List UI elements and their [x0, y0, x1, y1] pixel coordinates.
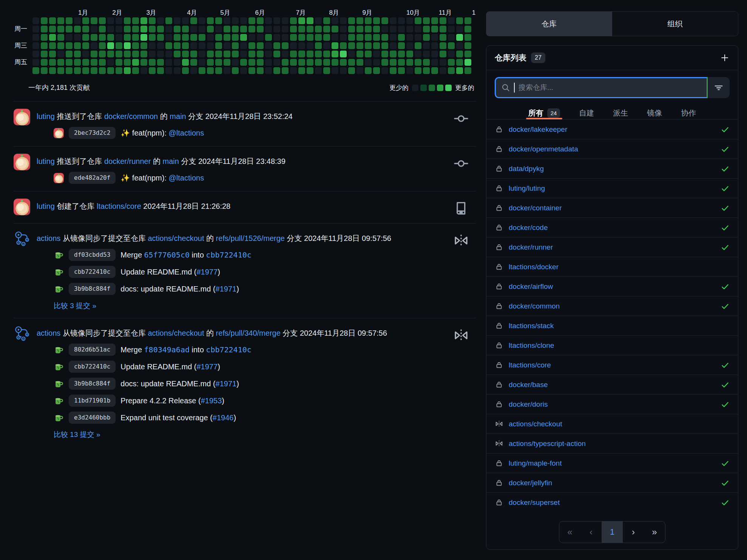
inline-link[interactable]: #1946 [213, 413, 234, 422]
ci-success-icon[interactable] [721, 498, 730, 507]
inline-link[interactable]: refs/pull/340/merge [216, 329, 281, 337]
ci-success-icon[interactable] [721, 302, 730, 311]
repo-link[interactable]: docker/lakekeeper [509, 125, 567, 134]
ci-success-icon[interactable] [721, 478, 730, 487]
inline-link[interactable]: @ltactions [169, 129, 204, 137]
inline-link[interactable]: cbb722410c [206, 250, 251, 259]
tab-repositories[interactable]: 仓库 [486, 11, 612, 36]
repo-link[interactable]: luting/maple-font [509, 459, 562, 467]
inline-link[interactable]: docker/runner [104, 157, 151, 165]
compare-commits-link[interactable]: 比较 3 提交 » [54, 301, 96, 311]
heatmap-cell [124, 51, 131, 57]
inline-link[interactable]: luting [37, 202, 55, 210]
pagination-›[interactable]: › [623, 521, 644, 543]
repo-list-item: docker/airflow [486, 276, 738, 296]
ci-success-icon[interactable] [721, 400, 730, 409]
inline-link[interactable]: actions [37, 234, 60, 242]
repo-link[interactable]: docker/jellyfin [509, 479, 552, 487]
repo-link[interactable]: luting/luting [509, 184, 545, 193]
repo-link[interactable]: ltactions/clone [509, 341, 554, 350]
inline-link[interactable]: #1977 [197, 268, 218, 276]
inline-link[interactable]: cbb722410c [206, 345, 251, 354]
add-repo-button[interactable] [720, 53, 730, 63]
repo-link[interactable]: docker/code [509, 224, 548, 232]
plus-icon [720, 53, 730, 63]
lock-icon [495, 381, 503, 389]
commit-hash-link[interactable]: 11bd71901b [69, 395, 116, 407]
inline-link[interactable]: luting [37, 112, 55, 120]
commit-hash-link[interactable]: cbb722410c [69, 266, 116, 278]
inline-link[interactable]: actions [37, 329, 60, 337]
repo-link[interactable]: docker/base [509, 381, 548, 389]
filter-tab-自建[interactable]: 自建 [578, 106, 595, 119]
commit-hash-link[interactable]: 802d6b51ac [69, 344, 116, 356]
ci-success-icon[interactable] [721, 204, 730, 213]
repo-link[interactable]: ltactions/core [509, 361, 551, 369]
inline-link[interactable]: docker/common [104, 112, 158, 120]
filter-tab-镜像[interactable]: 镜像 [646, 106, 663, 119]
ci-success-icon[interactable] [721, 380, 730, 389]
inline-link[interactable]: @ltactions [169, 174, 204, 182]
repo-link[interactable]: docker/doris [509, 400, 548, 409]
commit-message: Merge 65f77605c0 into cbb722410c [120, 250, 251, 259]
commit-hash-link[interactable]: ede482a20f [69, 172, 116, 184]
repo-link[interactable]: docker/container [509, 204, 562, 212]
repo-link[interactable]: actions/checkout [509, 420, 562, 428]
heatmap-cell [265, 26, 272, 32]
repo-link[interactable]: ltactions/docker [509, 263, 559, 271]
inline-link[interactable]: #1953 [201, 396, 222, 405]
inline-link[interactable]: #1971 [216, 380, 237, 388]
commit-hash-link[interactable]: e3d2460bbb [69, 412, 116, 424]
inline-link[interactable]: main [170, 112, 186, 120]
inline-link[interactable]: main [162, 157, 179, 165]
inline-link[interactable]: #1971 [216, 285, 237, 293]
repo-link[interactable]: docker/airflow [509, 282, 553, 291]
inline-link[interactable]: actions/checkout [148, 234, 204, 242]
repo-link[interactable]: ltactions/stack [509, 322, 554, 330]
ci-success-icon[interactable] [721, 164, 730, 173]
filter-tab-派生[interactable]: 派生 [612, 106, 629, 119]
inline-link[interactable]: 65f77605c0 [144, 250, 190, 259]
compare-commits-link[interactable]: 比较 13 提交 » [54, 430, 100, 440]
inline-link[interactable]: actions/checkout [148, 329, 204, 337]
repo-link[interactable]: docker/runner [509, 243, 553, 251]
inline-link[interactable]: #1977 [197, 363, 218, 371]
ci-success-icon[interactable] [721, 282, 730, 291]
commit-hash-link[interactable]: cbb722410c [69, 361, 116, 373]
ci-success-icon[interactable] [721, 125, 730, 134]
pagination-»[interactable]: » [644, 521, 665, 543]
heatmap-cell [465, 59, 471, 66]
repo-link[interactable]: docker/common [509, 302, 560, 310]
commit-hash-link[interactable]: 3b9b8c884f [69, 283, 116, 295]
repo-link[interactable]: data/dpykg [509, 165, 544, 173]
inline-link[interactable]: ltactions/core [97, 202, 141, 210]
filter-button[interactable] [708, 77, 730, 98]
inline-link[interactable]: refs/pull/1526/merge [216, 234, 285, 242]
heatmap-cell [74, 67, 81, 74]
lock-icon [495, 243, 503, 251]
repo-search-input[interactable]: 搜索仓库... [495, 77, 707, 98]
repo-link[interactable]: docker/superset [509, 498, 560, 507]
inline-link[interactable]: f80349a6ad [144, 345, 190, 354]
ci-success-icon[interactable] [721, 243, 730, 252]
ci-success-icon[interactable] [721, 459, 730, 468]
pagination-page-1[interactable]: 1 [602, 521, 623, 543]
inline-link[interactable]: luting [37, 157, 55, 165]
heatmap-cell [448, 26, 455, 32]
heatmap-cell [398, 67, 405, 74]
heatmap-cell [199, 17, 205, 24]
tab-organizations[interactable]: 组织 [612, 11, 739, 36]
commit-hash-link[interactable]: 2bec73d2c2 [69, 127, 116, 139]
commit-hash-link[interactable]: 3b9b8c884f [69, 378, 116, 390]
ci-success-icon[interactable] [721, 223, 730, 232]
repo-link[interactable]: docker/openmetadata [509, 145, 578, 153]
heatmap-cell [448, 51, 455, 57]
commit-hash-link[interactable]: df03cbdd53 [69, 249, 116, 261]
repo-link[interactable]: actions/typescript-action [509, 440, 586, 448]
ci-success-icon[interactable] [721, 361, 730, 370]
commit-row: ede482a20f✨ feat(npm): @ltactions [54, 172, 446, 184]
ci-success-icon[interactable] [721, 184, 730, 193]
filter-tab-协作[interactable]: 协作 [680, 106, 697, 119]
ci-success-icon[interactable] [721, 145, 730, 154]
filter-tab-所有[interactable]: 所有24 [528, 106, 561, 119]
